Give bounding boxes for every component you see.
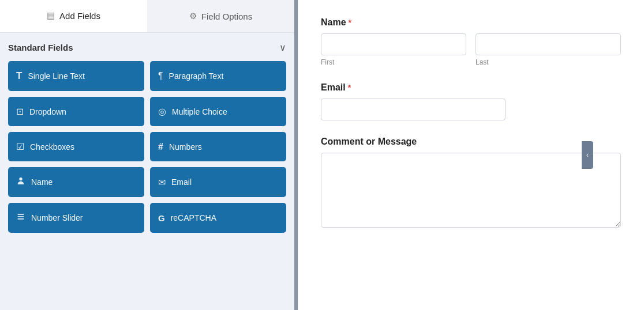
name-icon — [16, 176, 25, 188]
add-fields-icon: ▤ — [47, 10, 55, 21]
panel-body: Standard Fields ∨ T Single Line Text ¶ P… — [0, 33, 294, 310]
field-btn-email-label: Email — [171, 177, 192, 187]
field-btn-numbers[interactable]: # Numbers — [150, 132, 286, 161]
name-inputs: First Last — [321, 33, 621, 66]
comment-label: Comment or Message — [321, 137, 621, 147]
field-btn-paragraph-text-label: Paragraph Text — [169, 71, 224, 81]
collapse-handle[interactable]: ‹ — [582, 141, 593, 169]
last-name-wrap: Last — [475, 33, 621, 66]
name-label-text: Name — [321, 17, 346, 28]
name-label: Name * — [321, 17, 621, 28]
svg-point-0 — [19, 177, 22, 180]
comment-textarea[interactable] — [321, 153, 621, 228]
field-btn-checkboxes[interactable]: ☑ Checkboxes — [8, 132, 144, 161]
field-btn-paragraph-text[interactable]: ¶ Paragraph Text — [150, 61, 286, 91]
field-btn-numbers-label: Numbers — [169, 142, 202, 152]
field-btn-name-label: Name — [31, 177, 53, 187]
tab-add-fields-label: Add Fields — [59, 11, 100, 21]
number-slider-icon — [16, 212, 25, 224]
field-btn-dropdown-label: Dropdown — [29, 107, 66, 116]
last-name-input[interactable] — [475, 33, 621, 55]
first-name-input[interactable] — [321, 33, 466, 55]
email-field-group: Email * — [321, 82, 621, 120]
email-required-star: * — [348, 83, 351, 92]
field-btn-number-slider-label: Number Slider — [31, 213, 83, 222]
first-name-sublabel: First — [321, 58, 466, 66]
checkboxes-icon: ☑ — [16, 141, 24, 152]
last-name-sublabel: Last — [475, 58, 621, 66]
recaptcha-icon: G — [158, 213, 165, 223]
tab-bar: ▤ Add Fields ⚙ Field Options — [0, 0, 294, 33]
single-line-text-icon: T — [16, 70, 22, 82]
tab-field-options[interactable]: ⚙ Field Options — [147, 0, 294, 32]
field-btn-checkboxes-label: Checkboxes — [30, 142, 74, 152]
name-field-group: Name * First Last — [321, 17, 621, 66]
field-btn-single-line-text-label: Single Line Text — [28, 71, 85, 81]
field-btn-email[interactable]: ✉ Email — [150, 167, 286, 197]
email-icon: ✉ — [158, 177, 166, 188]
tab-add-fields[interactable]: ▤ Add Fields — [0, 0, 147, 32]
multiple-choice-icon: ◎ — [158, 106, 166, 117]
left-panel: ▤ Add Fields ⚙ Field Options Standard Fi… — [0, 0, 294, 310]
comment-field-group: Comment or Message — [321, 137, 621, 230]
dropdown-icon: ⊡ — [16, 106, 24, 117]
field-btn-number-slider[interactable]: Number Slider — [8, 203, 144, 233]
numbers-icon: # — [158, 142, 163, 152]
email-input[interactable] — [321, 99, 506, 120]
section-title: Standard Fields — [8, 43, 73, 52]
email-label: Email * — [321, 82, 621, 93]
name-required-star: * — [349, 18, 351, 27]
fields-grid: T Single Line Text ¶ Paragraph Text ⊡ Dr… — [8, 61, 286, 233]
paragraph-text-icon: ¶ — [158, 71, 163, 81]
field-btn-multiple-choice-label: Multiple Choice — [172, 107, 227, 116]
chevron-down-icon[interactable]: ∨ — [279, 42, 286, 53]
first-name-wrap: First — [321, 33, 466, 66]
field-btn-recaptcha-label: reCAPTCHA — [171, 213, 216, 222]
tab-field-options-label: Field Options — [201, 12, 252, 21]
section-header: Standard Fields ∨ — [8, 42, 286, 53]
field-options-icon: ⚙ — [189, 11, 197, 21]
field-btn-single-line-text[interactable]: T Single Line Text — [8, 61, 144, 91]
field-btn-multiple-choice[interactable]: ◎ Multiple Choice — [150, 97, 286, 126]
field-btn-name[interactable]: Name — [8, 167, 144, 197]
email-label-text: Email — [321, 82, 346, 93]
collapse-icon: ‹ — [586, 151, 589, 159]
field-btn-recaptcha[interactable]: G reCAPTCHA — [150, 203, 286, 233]
field-btn-dropdown[interactable]: ⊡ Dropdown — [8, 97, 144, 126]
comment-label-text: Comment or Message — [321, 137, 417, 147]
